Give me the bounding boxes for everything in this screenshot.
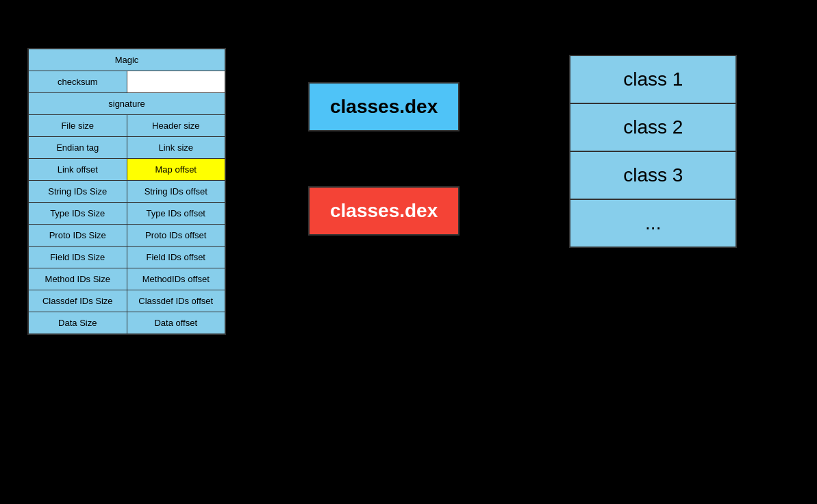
table-row-magic: Magic bbox=[29, 49, 225, 71]
field-ids-offset-cell: Field IDs offset bbox=[127, 247, 225, 268]
type-ids-size-cell: Type IDs Size bbox=[29, 203, 127, 224]
proto-ids-size-cell: Proto IDs Size bbox=[29, 225, 127, 246]
table-row-string-ids: String IDs Size String IDs offset bbox=[29, 181, 225, 203]
method-ids-size-cell: Method IDs Size bbox=[29, 268, 127, 290]
main-diagram: Magic checksum signature File size Heade… bbox=[0, 0, 817, 504]
link-size-cell: Link size bbox=[127, 137, 225, 158]
class-dots-box: ... bbox=[569, 199, 737, 248]
table-row-data: Data Size Data offset bbox=[29, 312, 225, 333]
header-size-cell: Header size bbox=[127, 115, 225, 136]
file-size-cell: File size bbox=[29, 115, 127, 136]
proto-ids-offset-cell: Proto IDs offset bbox=[127, 225, 225, 246]
method-ids-offset-cell: MethodIDs offset bbox=[127, 268, 225, 290]
classdef-ids-size-cell: Classdef IDs Size bbox=[29, 290, 127, 312]
type-ids-offset-cell: Type IDs offset bbox=[127, 203, 225, 224]
table-row-method-ids: Method IDs Size MethodIDs offset bbox=[29, 268, 225, 290]
data-offset-cell: Data offset bbox=[127, 312, 225, 333]
string-ids-offset-cell: String IDs offset bbox=[127, 181, 225, 202]
classes-dex-blue: classes.dex bbox=[308, 82, 460, 131]
table-row-filesize: File size Header size bbox=[29, 115, 225, 137]
endian-tag-cell: Endian tag bbox=[29, 137, 127, 158]
table-row-field-ids: Field IDs Size Field IDs offset bbox=[29, 247, 225, 268]
string-ids-size-cell: String IDs Size bbox=[29, 181, 127, 202]
magic-cell: Magic bbox=[29, 49, 225, 71]
dex-boxes-section: classes.dex classes.dex bbox=[308, 82, 460, 236]
signature-cell: signature bbox=[29, 93, 225, 114]
class-2-box: class 2 bbox=[569, 103, 737, 151]
table-row-type-ids: Type IDs Size Type IDs offset bbox=[29, 203, 225, 225]
classdef-ids-offset-cell: Classdef IDs offset bbox=[127, 290, 225, 312]
class-1-box: class 1 bbox=[569, 55, 737, 103]
field-ids-size-cell: Field IDs Size bbox=[29, 247, 127, 268]
checksum-right-cell bbox=[127, 71, 225, 92]
table-row-link-offset: Link offset Map offset bbox=[29, 159, 225, 181]
class-list-section: class 1 class 2 class 3 ... bbox=[569, 55, 737, 248]
class-3-box: class 3 bbox=[569, 151, 737, 199]
table-row-classdef-ids: Classdef IDs Size Classdef IDs offset bbox=[29, 290, 225, 312]
dex-header-table: Magic checksum signature File size Heade… bbox=[27, 48, 226, 335]
checksum-cell: checksum bbox=[29, 71, 127, 92]
table-row-checksum: checksum bbox=[29, 71, 225, 93]
classes-dex-red: classes.dex bbox=[308, 186, 460, 236]
map-offset-cell: Map offset bbox=[127, 159, 225, 180]
link-offset-cell: Link offset bbox=[29, 159, 127, 180]
data-size-cell: Data Size bbox=[29, 312, 127, 333]
table-row-signature: signature bbox=[29, 93, 225, 115]
table-row-endian: Endian tag Link size bbox=[29, 137, 225, 159]
table-row-proto-ids: Proto IDs Size Proto IDs offset bbox=[29, 225, 225, 247]
